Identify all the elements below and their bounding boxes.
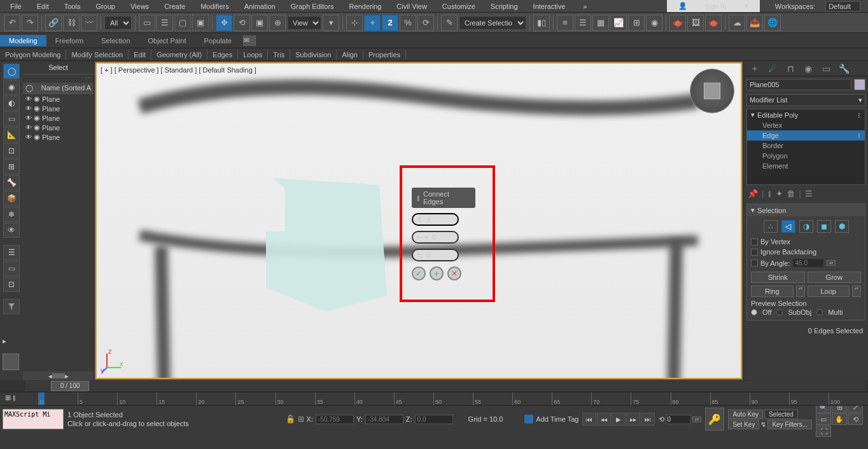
preview-off-radio[interactable]	[751, 309, 757, 315]
current-frame-input[interactable]	[666, 415, 691, 424]
menu-views[interactable]: Views	[123, 1, 157, 11]
subobj-border[interactable]: ◑	[799, 220, 813, 233]
coord-x-input[interactable]	[316, 415, 354, 424]
time-slider-thumb[interactable]: 0 / 100	[51, 381, 89, 391]
menu-civilview[interactable]: Civil View	[389, 1, 434, 11]
panel-loops[interactable]: Loops	[238, 50, 268, 60]
by-angle-input[interactable]	[792, 258, 824, 268]
viewport-label[interactable]: [ + ] [ Perspective ] [ Standard ] [ Def…	[101, 66, 256, 74]
link-button[interactable]: 🔗	[45, 15, 62, 31]
grip-icon[interactable]: ⫿	[417, 194, 421, 202]
panel-align[interactable]: Align	[337, 50, 363, 60]
selection-rollout-header[interactable]: ▾Selection	[747, 204, 865, 216]
panel-tris[interactable]: Tris	[268, 50, 290, 60]
ignore-backfacing-check[interactable]: Ignore Backfacing	[751, 247, 861, 257]
refcoord-select[interactable]: View	[287, 16, 321, 30]
select-object-button[interactable]: ▭	[139, 15, 155, 31]
tab-modify[interactable]: ☄	[764, 62, 781, 75]
modifier-list-select[interactable]: Modifier List▾	[746, 94, 865, 106]
rotate-button[interactable]: ⟲	[234, 15, 250, 31]
tool-lights[interactable]: ▭	[3, 111, 20, 127]
snap-toggle-button[interactable]: ⌖	[364, 15, 381, 31]
redo-button[interactable]: ↷	[22, 15, 38, 31]
named-sel-select[interactable]: Create Selection Se	[459, 16, 526, 30]
a360-button[interactable]: ☁	[729, 15, 745, 31]
ribbon-tab-objectpaint[interactable]: Object Paint	[139, 35, 195, 46]
stack-sub-border[interactable]: Border	[747, 141, 865, 151]
play-button[interactable]: ▶	[612, 413, 626, 425]
undo-button[interactable]: ↶	[4, 15, 20, 31]
render-frame-button[interactable]: 🖼	[687, 15, 704, 31]
prev-frame-button[interactable]: ◂◂	[597, 413, 611, 425]
subobj-polygon[interactable]: ◼	[817, 220, 831, 233]
menu-scripting[interactable]: Scripting	[483, 1, 526, 11]
tool-select-all[interactable]: ◯	[3, 64, 20, 79]
menu-file[interactable]: File	[3, 1, 29, 11]
menu-group[interactable]: Group	[88, 1, 123, 11]
panel-edges[interactable]: Edges	[207, 50, 238, 60]
menu-create[interactable]: Create	[157, 1, 193, 11]
panel-polymodeling[interactable]: Polygon Modeling	[0, 50, 66, 60]
shrink-button[interactable]: Shrink	[751, 272, 805, 283]
ring-spinner[interactable]: ▴▾	[796, 286, 805, 297]
material-editor-button[interactable]: ◉	[646, 15, 662, 31]
stack-sub-edge[interactable]: Edge⫶	[747, 130, 865, 141]
keyfilters-button[interactable]: Key Filters...	[767, 420, 812, 429]
panel-subdivision[interactable]: Subdivision	[290, 50, 337, 60]
scene-row[interactable]: 👁◉Plane	[23, 113, 94, 123]
open-a360-button[interactable]: 🌐	[764, 15, 781, 31]
pan-button[interactable]: ✋	[832, 413, 847, 425]
coord-y-input[interactable]	[365, 415, 403, 424]
connect-cancel-button[interactable]: ✕	[447, 266, 461, 280]
orbit-button[interactable]: ⟲	[848, 413, 863, 425]
time-slider[interactable]: 0 / 100	[25, 381, 865, 391]
toggle-ribbon-button[interactable]: ▦	[592, 15, 609, 31]
pivot-button[interactable]: ▾	[323, 15, 339, 31]
menu-grapheditors[interactable]: Graph Editors	[283, 1, 342, 11]
freeze-icon[interactable]: ◉	[34, 123, 40, 132]
tool-container[interactable]: 📦	[3, 191, 20, 206]
scene-column-header[interactable]: ◯Name (Sorted A	[23, 83, 94, 94]
stack-item-editablepoly[interactable]: ▾Editable Poly⫶	[747, 109, 865, 120]
tool-spacewarps[interactable]: ⊞	[3, 159, 20, 174]
by-angle-check[interactable]	[751, 259, 758, 266]
workspaces-select[interactable]: Default	[825, 1, 860, 11]
autokey-button[interactable]: Auto Key	[728, 410, 763, 419]
zoom-region-button[interactable]: ▭	[816, 413, 831, 425]
show-end-result-icon[interactable]: ⫿	[767, 189, 772, 198]
schematic-button[interactable]: ⊞	[628, 15, 645, 31]
menu-overflow-icon[interactable]: »	[575, 1, 594, 11]
selection-filter-select[interactable]: All	[104, 16, 132, 30]
configure-sets-icon[interactable]: ☰	[805, 189, 813, 198]
goto-start-button[interactable]: ⏮	[582, 413, 596, 425]
freeze-icon[interactable]: ◉	[34, 95, 40, 103]
align-button[interactable]: ≡	[557, 15, 573, 31]
tab-utilities[interactable]: 🔧	[836, 62, 852, 75]
eye-icon[interactable]: 👁	[25, 95, 32, 102]
tool-geometry[interactable]: ◉	[3, 79, 20, 95]
tab-motion[interactable]: ◉	[800, 62, 816, 75]
freeze-icon[interactable]: ◉	[34, 104, 40, 113]
connect-apply-button[interactable]: ＋	[430, 266, 444, 280]
abs-rel-icon[interactable]: ⊞	[298, 415, 304, 424]
spinner-icon[interactable]: ⇕	[417, 216, 423, 224]
tool-filter[interactable]	[3, 299, 20, 314]
tab-hierarchy[interactable]: ⊓	[782, 62, 799, 75]
tool-frozen[interactable]: ❄	[3, 207, 20, 222]
scene-row[interactable]: 👁◉Plane	[23, 104, 94, 113]
tool-shapes[interactable]: ◐	[3, 95, 20, 111]
ribbon-tab-modeling[interactable]: Modeling	[0, 35, 46, 46]
manipulate-button[interactable]: ⊹	[346, 15, 363, 31]
viewcube[interactable]	[690, 69, 734, 113]
connect-segments-field[interactable]: ⇕3	[412, 213, 459, 226]
signin-button[interactable]: 👤 Sign In ▾	[667, 0, 760, 12]
eye-icon[interactable]: 👁	[25, 134, 32, 141]
tab-create[interactable]: ＋	[746, 62, 763, 75]
add-time-tag-button[interactable]: Add Time Tag	[524, 415, 578, 424]
angle-snap-button[interactable]: 2	[382, 15, 398, 31]
menu-customize[interactable]: Customize	[435, 1, 483, 11]
scale-button[interactable]: ▣	[251, 15, 268, 31]
mirror-button[interactable]: ▮▯	[533, 15, 550, 31]
ribbon-collapse-button[interactable]: ✉	[243, 36, 256, 46]
percent-snap-button[interactable]: %	[400, 15, 416, 31]
